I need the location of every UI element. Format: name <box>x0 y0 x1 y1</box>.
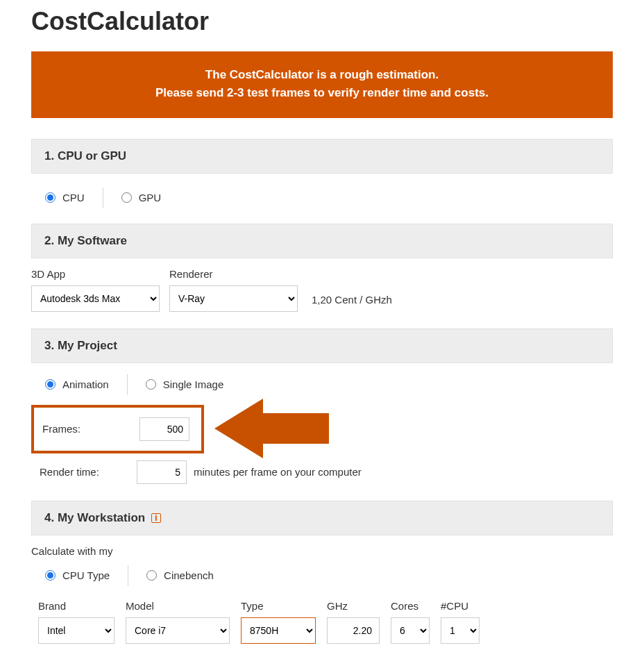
cinebench-radio-label: Cinebench <box>164 569 214 581</box>
banner-line-2: Please send 2-3 test frames to verify re… <box>45 84 599 102</box>
ncpu-label: #CPU <box>441 600 480 612</box>
info-icon[interactable]: i <box>151 513 161 523</box>
animation-radio-label: Animation <box>62 378 109 390</box>
type-select[interactable]: 8750H <box>241 617 316 644</box>
single-image-radio-label: Single Image <box>163 378 224 390</box>
model-label: Model <box>126 600 230 612</box>
brand-label: Brand <box>38 600 115 612</box>
divider <box>103 188 103 208</box>
section-4-header: 4. My Workstation i <box>31 501 613 535</box>
single-image-radio-option[interactable]: Single Image <box>146 378 224 390</box>
app-select[interactable]: Autodesk 3ds Max <box>31 285 160 312</box>
ghz-label: GHz <box>327 600 380 612</box>
highlight-arrow-icon <box>214 397 332 460</box>
cinebench-radio-option[interactable]: Cinebench <box>146 569 214 581</box>
section-2-header: 2. My Software <box>31 224 613 258</box>
section-1-header: 1. CPU or GPU <box>31 139 613 174</box>
divider <box>127 374 128 395</box>
cpu-radio[interactable] <box>45 192 56 203</box>
single-image-radio[interactable] <box>146 379 156 390</box>
section-4-title: 4. My Workstation <box>44 511 145 524</box>
gpu-radio-label: GPU <box>139 192 162 203</box>
page-title: CostCalculator <box>31 7 613 36</box>
divider <box>128 565 128 586</box>
cpu-radio-label: CPU <box>62 192 85 203</box>
cinebench-radio[interactable] <box>146 570 157 581</box>
rendertime-input[interactable] <box>137 460 187 484</box>
info-banner: The CostCalculator is a rough estimation… <box>31 51 613 118</box>
renderer-label: Renderer <box>169 268 298 280</box>
frames-input[interactable] <box>139 417 189 441</box>
svg-marker-0 <box>214 399 329 458</box>
model-select[interactable]: Core i7 <box>126 617 230 644</box>
banner-line-1: The CostCalculator is a rough estimation… <box>45 66 599 84</box>
rendertime-row: Render time: minutes per frame on your c… <box>31 458 613 488</box>
type-label: Type <box>241 600 316 612</box>
cpu-radio-option[interactable]: CPU <box>45 192 85 203</box>
ncpu-select[interactable]: 1 <box>441 617 480 644</box>
app-label: 3D App <box>31 268 160 280</box>
cputype-radio[interactable] <box>45 570 56 581</box>
price-text: 1,20 Cent / GHzh <box>312 294 392 312</box>
gpu-radio[interactable] <box>121 192 132 203</box>
brand-select[interactable]: Intel <box>38 617 115 644</box>
section-3-header: 3. My Project <box>31 328 613 363</box>
rendertime-label: Render time: <box>40 466 137 478</box>
ghz-input[interactable] <box>327 617 380 644</box>
renderer-select[interactable]: V-Ray <box>169 285 298 312</box>
animation-radio[interactable] <box>45 379 56 390</box>
rendertime-hint: minutes per frame on your computer <box>194 466 362 478</box>
frames-row: Frames: <box>31 405 204 453</box>
cputype-radio-option[interactable]: CPU Type <box>45 569 110 581</box>
gpu-radio-option[interactable]: GPU <box>121 192 162 203</box>
calculate-with-label: Calculate with my <box>31 545 613 557</box>
cputype-radio-label: CPU Type <box>62 569 110 581</box>
cores-select[interactable]: 6 <box>391 617 430 644</box>
animation-radio-option[interactable]: Animation <box>45 378 109 390</box>
frames-label: Frames: <box>42 423 139 435</box>
cores-label: Cores <box>391 600 430 612</box>
